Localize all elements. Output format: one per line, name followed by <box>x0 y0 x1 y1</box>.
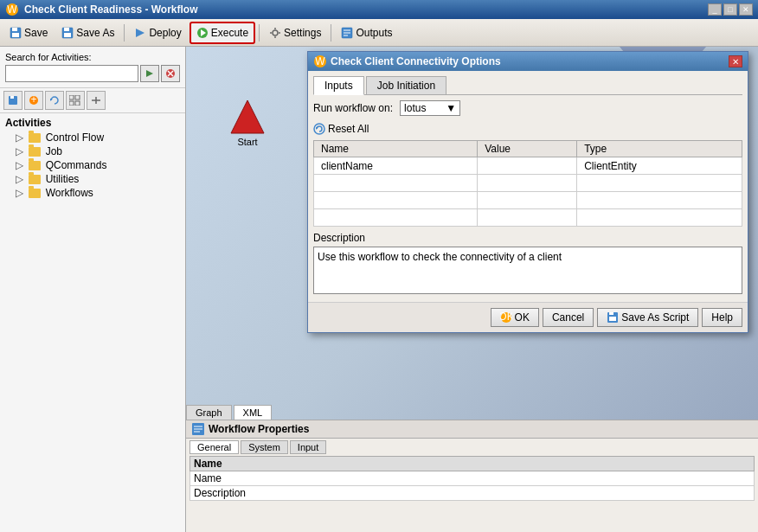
folder-icon <box>29 161 41 170</box>
sidebar-item-job[interactable]: ▷ Job <box>2 144 183 158</box>
outputs-button[interactable]: Outputs <box>335 22 398 43</box>
sidebar-item-label: Workflows <box>46 187 93 199</box>
dialog-overlay: W Check Client Connectivity Options ✕ In… <box>307 51 758 420</box>
reset-all-button[interactable]: Reset All <box>313 123 742 135</box>
empty-row-2 <box>314 192 742 209</box>
folder-icon <box>29 189 41 198</box>
close-window-button[interactable]: ✕ <box>739 3 753 16</box>
save-as-script-button[interactable]: Save As Script <box>597 308 698 327</box>
deploy-icon <box>134 27 146 39</box>
svg-rect-31 <box>69 101 74 106</box>
props-col-name: Name <box>190 457 755 471</box>
graph-tab[interactable]: Graph <box>186 405 232 420</box>
table-row: clientName ClientEntity <box>314 157 742 175</box>
input-value-cell[interactable] <box>478 157 577 175</box>
col-type: Type <box>577 141 742 157</box>
dialog-title-bar: W Check Client Connectivity Options ✕ <box>308 52 748 71</box>
inputs-table: Name Value Type clientName ClientEntity <box>313 140 742 227</box>
execute-button[interactable]: Execute <box>190 22 255 44</box>
table-row: Name <box>190 471 755 486</box>
tree-area: Activities ▷ Control Flow ▷ Job ▷ QComma… <box>0 113 185 532</box>
dialog-tab-inputs[interactable]: Inputs <box>313 76 364 95</box>
svg-rect-30 <box>75 95 80 99</box>
workflow-props-icon <box>191 422 205 436</box>
svg-rect-49 <box>609 317 616 321</box>
outputs-icon <box>341 27 353 39</box>
svg-marker-44 <box>316 127 318 130</box>
search-go-button[interactable] <box>140 65 159 82</box>
settings-button[interactable]: Settings <box>263 22 327 43</box>
xml-tab[interactable]: XML <box>234 405 273 420</box>
dialog-tab-job-initiation[interactable]: Job Initiation <box>366 76 446 94</box>
props-table: Name Name Description <box>190 456 755 501</box>
main-layout: Search for Activities: <box>0 47 758 532</box>
save-icon <box>10 27 22 39</box>
sidebar-item-qcommands[interactable]: ▷ QCommands <box>2 158 183 172</box>
main-toolbar: Save Save As Deploy Execute Settings <box>0 19 758 47</box>
props-tab-general[interactable]: General <box>190 440 239 454</box>
run-on-select[interactable]: lotus ▼ <box>400 100 460 116</box>
props-tabs: General System Input <box>186 439 758 456</box>
svg-rect-3 <box>12 28 17 31</box>
sidebar-add-icon: + <box>29 95 39 106</box>
sidebar-item-utilities[interactable]: ▷ Utilities <box>2 172 183 186</box>
table-row: Description <box>190 486 755 501</box>
sidebar-tool-expand[interactable] <box>66 91 85 110</box>
sidebar-collapse-icon <box>90 95 102 106</box>
sidebar-item-label: Job <box>46 145 62 157</box>
cancel-button[interactable]: Cancel <box>543 308 594 327</box>
search-clear-button[interactable] <box>161 65 180 82</box>
dialog-tabs: Inputs Job Initiation <box>313 76 742 95</box>
toolbar-separator-3 <box>331 24 331 42</box>
ok-icon: OK <box>500 311 512 324</box>
svg-marker-20 <box>146 70 153 77</box>
sidebar-tool-save[interactable] <box>3 91 22 110</box>
reset-all-label: Reset All <box>328 123 369 135</box>
run-on-row: Run workflow on: lotus ▼ <box>313 100 742 116</box>
svg-rect-7 <box>64 33 71 37</box>
props-tab-input[interactable]: Input <box>290 440 326 454</box>
empty-row-3 <box>314 209 742 227</box>
svg-rect-32 <box>75 101 80 106</box>
props-tab-system[interactable]: System <box>241 440 288 454</box>
folder-icon <box>29 147 41 157</box>
deploy-button[interactable]: Deploy <box>128 22 187 43</box>
props-cell-desc: Description <box>190 486 755 501</box>
save-as-button[interactable]: Save As <box>55 22 120 43</box>
save-button[interactable]: Save <box>3 22 54 43</box>
svg-point-43 <box>314 124 324 134</box>
dialog-footer: OK OK Cancel Save As Script <box>308 302 748 332</box>
empty-row-1 <box>314 175 742 192</box>
execute-play-icon <box>196 27 209 39</box>
restore-button[interactable]: □ <box>723 3 737 16</box>
dialog-close-button[interactable]: ✕ <box>729 55 742 67</box>
sidebar-item-workflows[interactable]: ▷ Workflows <box>2 186 183 200</box>
minimize-button[interactable]: _ <box>708 3 722 16</box>
sidebar-save-icon <box>8 95 18 106</box>
search-input[interactable] <box>5 65 138 82</box>
ok-button[interactable]: OK OK <box>491 308 539 327</box>
sidebar-tool-collapse[interactable] <box>87 91 106 110</box>
description-label: Description <box>313 232 742 244</box>
canvas-tabs: Graph XML <box>186 405 273 420</box>
search-clear-icon <box>165 68 176 79</box>
settings-icon <box>269 27 281 39</box>
description-textarea[interactable] <box>313 247 742 294</box>
search-label: Search for Activities: <box>5 52 180 62</box>
dialog: W Check Client Connectivity Options ✕ In… <box>307 51 748 333</box>
search-area: Search for Activities: <box>0 47 185 88</box>
sidebar-tool-add[interactable]: + <box>24 91 43 110</box>
window-title: Check Client Readiness - Workflow <box>24 3 703 16</box>
dropdown-arrow-icon: ▼ <box>446 102 456 114</box>
app-icon: W <box>5 3 19 16</box>
svg-rect-25 <box>10 96 14 99</box>
canvas-container: Start Graph XML <box>186 47 758 532</box>
help-button[interactable]: Help <box>702 308 742 327</box>
sidebar-tool-refresh[interactable] <box>45 91 64 110</box>
col-name: Name <box>314 141 478 157</box>
svg-rect-29 <box>69 95 74 99</box>
sidebar: Search for Activities: <box>0 47 186 532</box>
folder-icon <box>29 133 41 143</box>
sidebar-item-control-flow[interactable]: ▷ Control Flow <box>2 131 183 144</box>
sidebar-expand-icon <box>69 95 81 106</box>
